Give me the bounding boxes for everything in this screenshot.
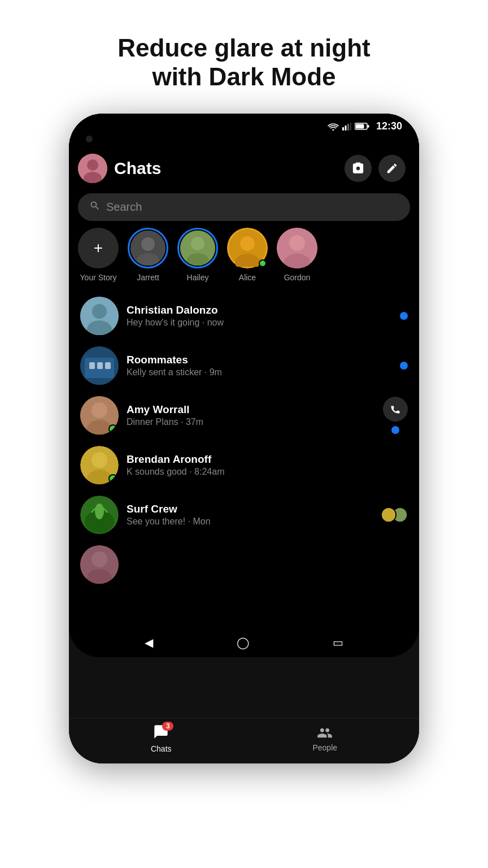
home-button[interactable]: ◯ xyxy=(237,636,249,649)
hailey-label: Hailey xyxy=(187,273,209,282)
search-bar[interactable]: Search xyxy=(78,193,410,221)
stories-row: + Your Story Jarrett xyxy=(69,228,419,291)
chat-item-brendan[interactable]: Brendan Aronoff K sounds good · 8:24am xyxy=(69,440,419,490)
camera-row xyxy=(69,132,419,148)
page-wrapper: Reduce glare at nightwith Dark Mode xyxy=(0,0,488,868)
surf-avatar xyxy=(80,496,119,534)
app-header: Chats xyxy=(69,148,419,189)
gordon-label: Gordon xyxy=(284,273,311,282)
roommates-preview: Kelly sent a sticker · 9m xyxy=(127,367,392,377)
app-content: Chats xyxy=(69,148,419,629)
amy-info: Amy Worrall Dinner Plans · 37m xyxy=(127,403,375,427)
header-title: Chats xyxy=(114,159,338,178)
brendan-online-dot xyxy=(108,474,117,483)
amy-meta xyxy=(383,397,408,434)
phone-shell: 12:30 Chats xyxy=(69,114,419,763)
svg-rect-6 xyxy=(367,125,369,128)
alice-label: Alice xyxy=(239,273,256,282)
jarrett-story-ring xyxy=(128,228,168,268)
svg-point-15 xyxy=(191,237,204,250)
chat-item-amy[interactable]: Amy Worrall Dinner Plans · 37m xyxy=(69,390,419,440)
jarrett-label: Jarrett xyxy=(137,273,159,282)
roommates-unread xyxy=(400,362,408,370)
user-avatar[interactable] xyxy=(78,154,107,183)
roommates-meta xyxy=(400,362,408,370)
status-icons: 12:30 xyxy=(328,120,402,132)
brendan-preview: K sounds good · 8:24am xyxy=(127,467,400,477)
back-button[interactable]: ◀ xyxy=(145,636,153,649)
surf-info: Surf Crew See you there! · Mon xyxy=(127,503,373,527)
story-item-alice[interactable]: Alice xyxy=(227,228,268,282)
signal-icon xyxy=(342,123,351,131)
brendan-name: Brendan Aronoff xyxy=(127,453,400,466)
wifi-icon xyxy=(328,123,339,131)
christian-info: Christian Dalonzo Hey how's it going · n… xyxy=(127,304,392,328)
amy-avatar xyxy=(80,396,119,435)
svg-point-21 xyxy=(289,235,305,251)
svg-rect-7 xyxy=(355,124,364,129)
christian-unread xyxy=(400,312,408,320)
amy-unread xyxy=(391,426,399,434)
surf-name: Surf Crew xyxy=(127,503,373,515)
battery-icon xyxy=(355,123,369,130)
surf-meta xyxy=(381,507,408,523)
svg-point-35 xyxy=(91,452,107,468)
chat-list: Christian Dalonzo Hey how's it going · n… xyxy=(69,291,419,629)
roommates-info: Roommates Kelly sent a sticker · 9m xyxy=(127,354,392,377)
chat-item-roommates[interactable]: Roommates Kelly sent a sticker · 9m xyxy=(69,341,419,390)
amy-name: Amy Worrall xyxy=(127,403,375,416)
surf-preview: See you there! · Mon xyxy=(127,517,373,527)
system-nav: ◀ ◯ ▭ xyxy=(69,629,419,657)
svg-rect-2 xyxy=(345,125,346,131)
amy-call-button[interactable] xyxy=(383,397,408,422)
your-story-avatar: + xyxy=(78,228,119,268)
header-actions xyxy=(345,155,406,182)
gordon-story-avatar xyxy=(277,228,317,268)
svg-rect-3 xyxy=(347,124,349,131)
svg-point-9 xyxy=(87,159,98,171)
chat-item-partial[interactable] xyxy=(69,540,419,589)
edit-button[interactable] xyxy=(378,155,406,182)
christian-avatar xyxy=(80,297,119,335)
svg-point-0 xyxy=(332,129,334,131)
story-item-hailey[interactable]: Hailey xyxy=(177,228,218,282)
camera-button[interactable] xyxy=(345,155,372,182)
status-time: 12:30 xyxy=(376,120,402,132)
search-placeholder: Search xyxy=(106,201,142,214)
amy-preview: Dinner Plans · 37m xyxy=(127,417,375,427)
svg-rect-29 xyxy=(97,362,103,369)
status-bar: 12:30 xyxy=(69,114,419,132)
svg-rect-30 xyxy=(105,362,111,369)
svg-point-12 xyxy=(141,237,155,251)
alice-story-avatar xyxy=(227,228,268,268)
svg-point-39 xyxy=(95,504,104,519)
brendan-info: Brendan Aronoff K sounds good · 8:24am xyxy=(127,453,400,477)
svg-point-32 xyxy=(91,402,107,418)
phone-screen: 12:30 Chats xyxy=(69,114,419,657)
search-icon xyxy=(89,200,101,214)
brendan-avatar xyxy=(80,446,119,484)
roommates-name: Roommates xyxy=(127,354,392,366)
story-item-jarrett[interactable]: Jarrett xyxy=(128,228,168,282)
story-item-gordon[interactable]: Gordon xyxy=(277,228,317,282)
your-story-label: Your Story xyxy=(80,273,117,282)
chat-item-surf[interactable]: Surf Crew See you there! · Mon xyxy=(69,490,419,540)
christian-name: Christian Dalonzo xyxy=(127,304,392,316)
chat-item-christian[interactable]: Christian Dalonzo Hey how's it going · n… xyxy=(69,291,419,341)
partial-avatar xyxy=(80,545,119,584)
svg-rect-4 xyxy=(350,123,351,131)
svg-rect-28 xyxy=(89,362,95,369)
headline: Reduce glare at nightwith Dark Mode xyxy=(84,34,404,91)
camera-dot xyxy=(86,136,93,142)
christian-meta xyxy=(400,312,408,320)
roommates-avatar xyxy=(80,346,119,385)
svg-rect-1 xyxy=(342,127,344,131)
svg-point-43 xyxy=(91,552,107,567)
svg-point-24 xyxy=(92,304,107,319)
christian-preview: Hey how's it going · now xyxy=(127,318,392,328)
recents-button[interactable]: ▭ xyxy=(333,636,343,649)
add-story-icon: + xyxy=(94,239,103,257)
hailey-story-ring xyxy=(177,228,218,268)
svg-point-18 xyxy=(240,236,255,251)
story-item-your-story[interactable]: + Your Story xyxy=(78,228,119,282)
